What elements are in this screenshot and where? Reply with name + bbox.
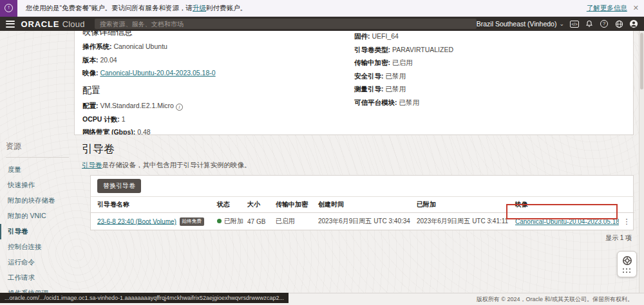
row-actions-menu-icon[interactable]: ⋮	[619, 213, 634, 230]
boot-volume-section: 引导卷 引导卷是存储设备，其中包含用于引导计算实例的映像。 替换引导卷 引导卷名…	[82, 142, 634, 246]
dots-grid-icon	[623, 268, 631, 273]
field-os: 操作系统: Canonical Ubuntu	[82, 42, 354, 51]
oracle-cloud-console: ↑ 您使用的是“免费套餐”账户。要访问所有服务和资源，请升级到付费账户。 了解更…	[0, 0, 644, 305]
boot-volumes-table: 引导卷名称 状态 大小 传输中加密 创建时间 已附加 映像 23-6-8 23:…	[91, 196, 634, 230]
search-input[interactable]	[95, 19, 477, 29]
col-header-encryption: 传输中加密	[272, 197, 314, 213]
instance-details-card: 映像详细信息 操作系统: Canonical Ubuntu 版本: 20.04 …	[74, 31, 634, 135]
sidebar-item-boot-volume[interactable]: 引导卷	[0, 224, 75, 239]
free-tier-banner: ↑ 您使用的是“免费套餐”账户。要访问所有服务和资源，请升级到付费账户。 了解更…	[0, 0, 644, 17]
url-preview-statusbar: ...oracle.com/.../ocid1.image.oc1.sa-vin…	[0, 293, 289, 303]
top-navbar: ORACLE Cloud Brazil Southeast (Vinhedo)⌄…	[0, 17, 644, 31]
image-details-heading: 映像详细信息	[82, 31, 354, 38]
col-header-created: 创建时间	[314, 197, 413, 213]
always-free-badge: 始终免费	[180, 217, 204, 226]
field-measured-boot: 测量引导: 已禁用	[354, 85, 633, 94]
encryption-cell: 已启用	[272, 213, 314, 230]
table-row: 23-6-8 23:40 (Boot Volume)始终免费 已附加 47 GB…	[91, 213, 634, 230]
devtools-icon[interactable]: </>	[570, 19, 579, 28]
profile-avatar[interactable]	[629, 19, 638, 28]
section-title: 引导卷	[82, 142, 634, 156]
row-image-link[interactable]: Canonical-Ubuntu-20.04-2023.05.18-0	[515, 218, 619, 225]
col-header-attached: 已附加	[413, 197, 511, 213]
sidebar-item-attached-vnics[interactable]: 附加的 VNIC	[0, 208, 75, 224]
sidebar-divider	[6, 157, 69, 158]
vertical-scrollbar[interactable]	[639, 31, 644, 293]
status-dot	[217, 219, 222, 223]
created-cell: 2023年6月9日周五 UTC 3:40:34	[314, 213, 413, 230]
field-bandwidth: 网络带宽 (Gbps): 0.48	[82, 128, 354, 135]
banner-text-prefix: 您使用的是“免费套餐”账户。要访问所有服务和资源，请	[26, 4, 193, 12]
boot-volumes-panel: 替换引导卷 引导卷名称 状态 大小 传输中加密 创建时间 已附加 映像	[90, 175, 634, 230]
region-selector[interactable]: Brazil Southeast (Vinhedo)⌄	[477, 20, 564, 28]
scrollbar-thumb[interactable]	[640, 33, 643, 89]
support-widget-button[interactable]	[617, 251, 637, 277]
sidebar-item-work-requests[interactable]: 工作请求	[0, 270, 75, 286]
banner-message: 您使用的是“免费套餐”账户。要访问所有服务和资源，请升级到付费账户。	[26, 4, 247, 13]
boot-volume-name-link[interactable]: 23-6-8 23:40 (Boot Volume)	[97, 217, 176, 225]
upgrade-banner-icon-box: ↑	[0, 0, 17, 17]
size-cell: 47 GB	[243, 213, 272, 230]
field-transit-encryption: 传输中加密: 已启用	[354, 59, 633, 68]
sidebar-item-run-command[interactable]: 运行命令	[0, 255, 75, 270]
field-version: 版本: 20.04	[82, 56, 354, 65]
field-tpm: 可信平台模块: 已禁用	[354, 98, 633, 107]
table-header-row: 引导卷名称 状态 大小 传输中加密 创建时间 已附加 映像	[91, 197, 634, 213]
copyright-text: 版权所有 © 2024，Oracle 和/或其关联公司。保留所有权利。	[477, 295, 633, 304]
show-count-label: 显示 1 项	[90, 230, 634, 246]
banner-text-suffix: 到付费账户。	[206, 4, 247, 12]
field-secure-boot: 安全引导: 已禁用	[354, 72, 633, 81]
oracle-cloud-logo[interactable]: ORACLE Cloud	[21, 19, 85, 29]
field-bv-type: 引导卷类型: PARAVIRTUALIZED	[354, 46, 633, 55]
field-firmware: 固件: UEFI_64	[354, 32, 633, 41]
sidebar-heading: 资源	[6, 141, 75, 152]
section-description: 引导卷是存储设备，其中包含用于引导计算实例的映像。	[82, 161, 634, 170]
status-text: 已附加	[224, 217, 243, 225]
panel-toolbar: 替换引导卷	[91, 176, 633, 196]
sidebar-item-quick-actions[interactable]: 快速操作	[0, 178, 75, 193]
boot-volume-doc-link[interactable]: 引导卷	[82, 161, 102, 169]
col-header-name: 引导卷名称	[91, 197, 213, 213]
banner-close-icon[interactable]: ✕	[633, 4, 639, 12]
sidebar-item-metrics[interactable]: 度量	[0, 162, 75, 178]
up-arrow-circle-icon: ↑	[5, 4, 13, 12]
help-icon[interactable]: ?	[600, 19, 609, 28]
attached-cell: 2023年6月9日周五 UTC 3:41:11	[413, 213, 511, 230]
field-shape: 配置: VM.Standard.E2.1.Microi	[82, 102, 354, 111]
notifications-bell-icon[interactable]	[585, 19, 594, 28]
col-header-state: 状态	[213, 197, 243, 213]
col-header-size: 大小	[243, 197, 272, 213]
language-globe-icon[interactable]	[614, 19, 623, 28]
image-link[interactable]: Canonical-Ubuntu-20.04-2023.05.18-0	[100, 69, 215, 77]
col-header-image: 映像	[511, 197, 619, 213]
configuration-heading: 配置	[82, 85, 354, 97]
field-ocpu: OCPU 计数: 1	[82, 115, 354, 124]
col-header-actions	[619, 197, 634, 213]
learn-more-link[interactable]: 了解更多信息	[587, 4, 627, 13]
life-buoy-icon	[622, 255, 632, 266]
sidebar-item-console-connection[interactable]: 控制台连接	[0, 239, 75, 255]
sidebar-item-attached-block-volumes[interactable]: 附加的块存储卷	[0, 193, 75, 208]
upgrade-link[interactable]: 升级	[193, 4, 206, 12]
field-image: 映像: Canonical-Ubuntu-20.04-2023.05.18-0	[82, 69, 354, 78]
chevron-down-icon: ⌄	[559, 21, 564, 27]
hamburger-menu-icon[interactable]	[6, 21, 15, 28]
info-icon[interactable]: i	[176, 104, 183, 111]
resources-sidebar: 资源 度量 快速操作 附加的块存储卷 附加的 VNIC 引导卷 控制台连接 运行…	[0, 141, 75, 305]
replace-boot-volume-button[interactable]: 替换引导卷	[97, 179, 141, 193]
